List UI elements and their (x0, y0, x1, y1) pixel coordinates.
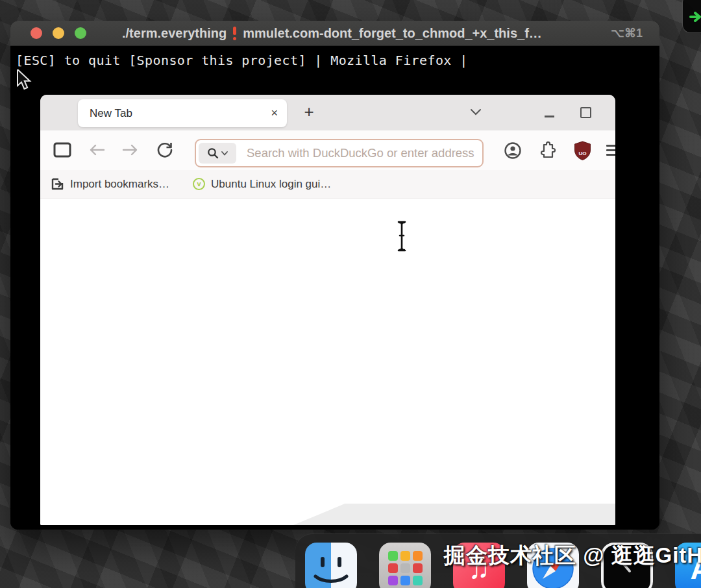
green-circle-favicon: v (193, 178, 205, 190)
tab-shortcut-badge: ⌥⌘1 (611, 26, 643, 40)
launchpad-grid (388, 551, 422, 586)
chevron-down-icon (221, 151, 228, 156)
terminal-status-line: [ESC] to quit [Sponsor this project] | M… (16, 53, 468, 68)
search-icon (207, 147, 219, 159)
window-minimize-button[interactable] (545, 116, 554, 117)
sidebar-toggle-icon[interactable] (53, 142, 71, 158)
ublock-origin-shield-icon[interactable] (574, 141, 591, 160)
bookmark-ubuntu-linux-login[interactable]: v Ubuntu Linux login gui… (193, 178, 331, 191)
terminal-title: ./term.everything mmulet.com-dont_forget… (122, 21, 542, 45)
terminal-window: ./term.everything mmulet.com-dont_forget… (10, 21, 659, 530)
back-arrow-icon[interactable] (88, 143, 105, 156)
dock-icon-finder[interactable] (305, 543, 357, 588)
corner-app-window[interactable] (683, 0, 701, 32)
menu-hamburger-icon[interactable] (606, 145, 615, 158)
green-arrow-icon (689, 12, 701, 22)
bookmarks-bar: Import bookmarks… v Ubuntu Linux login g… (40, 170, 615, 199)
url-placeholder-text: Search with DuckDuckGo or enter address (239, 146, 474, 160)
tab-close-button[interactable]: × (271, 106, 278, 120)
dock-icon-launchpad[interactable] (379, 543, 431, 588)
terminal-titlebar[interactable]: ./term.everything mmulet.com-dont_forget… (10, 21, 659, 46)
tab-new-tab[interactable]: New Tab × (78, 99, 287, 127)
red-exclamation-icon (232, 26, 237, 40)
firefox-toolbar: Search with DuckDuckGo or enter address … (40, 130, 615, 171)
tab-title: New Tab (90, 107, 271, 120)
bookmark-label: Ubuntu Linux login gui… (211, 178, 331, 191)
bookmark-label: Import bookmarks… (70, 178, 169, 191)
close-traffic-light[interactable] (31, 27, 42, 39)
url-search-bar[interactable]: Search with DuckDuckGo or enter address (195, 139, 484, 167)
extensions-puzzle-icon[interactable] (540, 141, 558, 159)
content-bottom-strip (293, 504, 615, 525)
import-arrow-icon (51, 177, 64, 191)
desktop: ./term.everything mmulet.com-dont_forget… (0, 0, 701, 588)
firefox-window: New Tab × + (40, 95, 615, 525)
watermark-text: 掘金技术社区 @ 逛逛GitHub (444, 541, 701, 570)
new-tab-button[interactable]: + (299, 98, 319, 125)
account-icon[interactable] (504, 141, 522, 160)
window-maximize-button[interactable] (580, 107, 591, 118)
reload-icon[interactable] (156, 141, 173, 158)
search-engine-selector[interactable] (199, 143, 236, 164)
terminal-body[interactable]: [ESC] to quit [Sponsor this project] | M… (10, 46, 659, 530)
terminal-app-title: ./term.everything (122, 26, 227, 41)
text-ibeam-cursor-icon (396, 221, 408, 252)
browser-content-area[interactable] (40, 199, 615, 525)
firefox-tabbar: New Tab × + (40, 95, 615, 130)
minimize-traffic-light[interactable] (53, 27, 64, 39)
forward-arrow-icon[interactable] (122, 143, 139, 156)
mouse-pointer-icon (16, 69, 33, 90)
finder-face-icon (305, 543, 357, 588)
zoom-traffic-light[interactable] (75, 27, 86, 39)
bookmark-import-bookmarks[interactable]: Import bookmarks… (51, 177, 169, 191)
list-all-tabs-chevron-icon[interactable] (470, 108, 482, 116)
terminal-doc-title: mmulet.com-dont_forget_to_chmod_+x_this_… (243, 26, 542, 41)
